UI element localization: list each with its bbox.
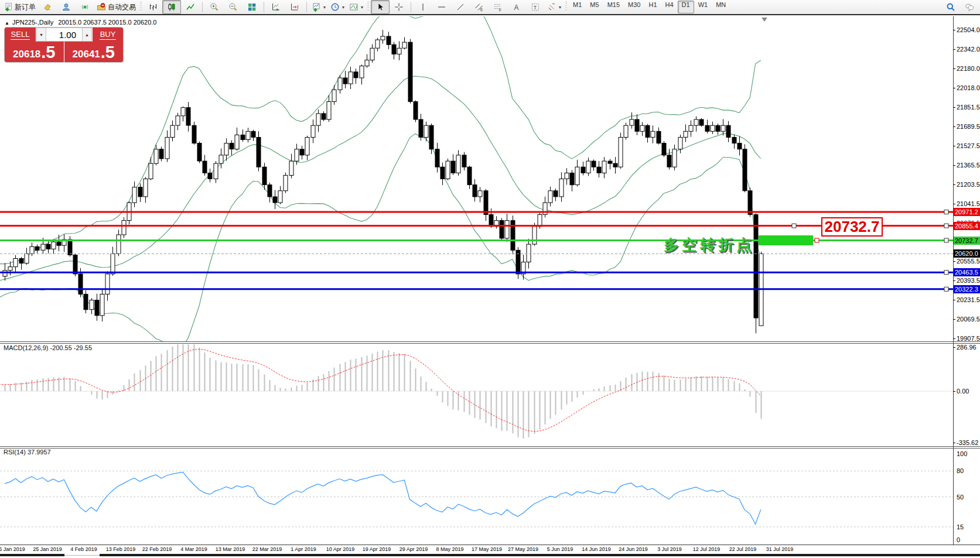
dropdown-caret-icon: ▾ [323,5,326,10]
horizontal-scrollbar[interactable] [0,553,980,558]
search-button[interactable] [941,0,960,14]
annotation-text[interactable]: 多空转折点 [664,235,754,255]
buy-price-button[interactable]: 20641.5 [64,42,124,62]
timeframe-button-w1[interactable]: W1 [694,1,712,13]
timeframe-button-m1[interactable]: M1 [569,1,586,13]
timeframe-button-h4[interactable]: H4 [661,1,678,13]
price-axis-label: 19907.5 [957,335,980,342]
hline-20463.5[interactable] [0,271,953,275]
indicators-button[interactable]: ▾ [347,0,366,14]
sell-price-button[interactable]: 20618.5 [5,42,64,62]
price-axis-label: 22342.0 [957,46,980,53]
highlight-box[interactable] [759,235,813,245]
timeframe-button-mn[interactable]: MN [712,1,730,13]
zoom-in-button[interactable] [205,0,224,14]
date-axis-label: 27 May 2019 [508,546,538,552]
toolbar-drag-handle[interactable] [140,2,142,12]
timeframe-button-m15[interactable]: M15 [603,1,624,13]
periods-button[interactable]: ▾ [328,0,347,14]
sell-button[interactable]: SELL [5,28,36,42]
hline-20322.3[interactable] [0,287,953,291]
timeframe-button-m5[interactable]: M5 [586,1,603,13]
macd-indicator-pane[interactable] [0,343,953,446]
price-axis-label: 21365.5 [957,162,980,169]
tile-windows-button[interactable] [243,0,261,14]
macd-histogram [5,344,762,439]
auto-scroll-button[interactable] [267,0,285,14]
price-axis-label: 20555.5 [957,258,980,265]
chat-icon [965,2,974,12]
toolbar-drag-handle[interactable] [367,2,369,12]
auto-trading-button[interactable]: 自动交易 [94,0,138,14]
lot-size-field[interactable]: 1.00 [46,28,82,42]
price-axis-label: 21689.5 [957,123,980,130]
cursor-button[interactable] [371,0,390,14]
chart-ohlc-values: 20015.0 20637.5 20015.0 20620.0 [58,19,156,26]
hline-marker[interactable] [792,224,796,228]
line-price-tag: 20322.3 [954,285,980,293]
timeframe-button-m30[interactable]: M30 [624,1,644,13]
price-axis-label: 22504.0 [957,26,980,33]
crosshair-button[interactable] [390,0,408,14]
clock-icon [330,2,340,12]
buy-price: 20641 [73,48,100,61]
line-price-tag: 20971.2 [954,208,980,216]
buy-label: BUY [100,30,117,40]
line-price-tag: 20855.4 [954,222,980,230]
line-price-tag: 20732.7 [954,237,980,245]
chart-shift-button[interactable] [285,0,304,14]
trendline-button[interactable] [451,0,470,14]
signal-button[interactable] [76,0,94,14]
hline-20971.2[interactable] [0,210,953,214]
candlestick-chart-button[interactable] [162,0,181,14]
callout-anchor[interactable] [815,238,819,242]
new-chart-button[interactable]: ▾ [309,0,328,14]
candlestick-chart-icon [167,2,176,12]
arrows-button[interactable]: ▾ [545,0,564,14]
date-axis-label: 22 Jul 2019 [729,546,757,552]
dropdown-caret-icon: ▾ [559,5,561,10]
rsi-line [5,472,761,524]
chat-button[interactable] [960,0,979,14]
bar-chart-button[interactable] [144,0,162,14]
scrollbar-thumb[interactable] [100,554,980,556]
zoom-out-button[interactable] [224,0,243,14]
rsi-indicator-pane[interactable] [0,448,953,544]
trendline-icon [456,2,465,12]
price-axis-label: 20231.5 [957,296,980,303]
vertical-line-icon [418,2,428,12]
pane-separator[interactable] [0,446,980,449]
text-button[interactable]: A [507,0,526,14]
profiles-button[interactable] [57,0,76,14]
lot-decrease-button[interactable]: ▼ [36,28,46,42]
pane-separator[interactable] [0,341,980,344]
price-callout-label[interactable]: 20732.7 [821,217,883,237]
fibonacci-button[interactable]: F [489,0,507,14]
buy-button[interactable]: BUY [92,28,123,42]
horizontal-line-button[interactable] [432,0,451,14]
chart-shift-marker[interactable] [762,18,767,22]
lot-increase-button[interactable]: ▲ [82,28,92,42]
eraser-button[interactable] [38,0,57,14]
vertical-line-button[interactable] [414,0,432,14]
auto-trading-icon [97,2,106,12]
toolbar-separator [306,2,307,12]
timeframe-button-d1[interactable]: D1 [678,1,694,13]
mt4-window: 新订单 自动交易 [0,0,980,558]
axis-tick [953,30,955,30]
line-chart-button[interactable] [181,0,200,14]
main-price-chart[interactable] [0,16,953,341]
equidistant-channel-button[interactable]: E [470,0,489,14]
scrollbar-segment[interactable] [0,554,64,556]
toolbar-drag-handle[interactable] [565,2,567,12]
timeframe-button-h1[interactable]: H1 [644,1,661,13]
one-click-trading-panel: SELL ▼ 1.00 ▲ BUY 20618.5 20641.5 [4,27,124,63]
axis-tick [953,146,955,146]
text-label-button[interactable]: T [526,0,545,14]
hline-20855.4[interactable] [0,224,953,228]
toolbar: 新订单 自动交易 [0,0,980,15]
price-axis-label: 20069.5 [957,316,980,323]
signal-icon [80,2,90,12]
new-order-button[interactable]: 新订单 [1,0,38,14]
collapse-arrow-icon[interactable]: ▲ [5,20,9,26]
